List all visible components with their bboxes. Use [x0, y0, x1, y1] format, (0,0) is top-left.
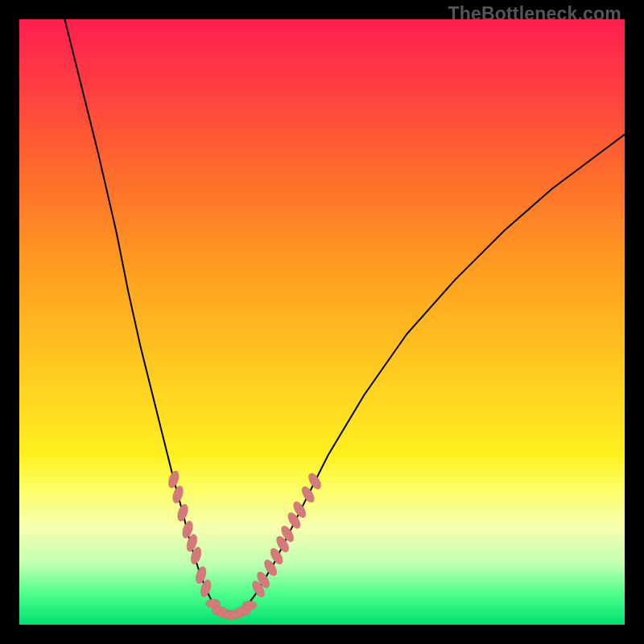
data-bead	[175, 503, 189, 522]
bottleneck-curve	[62, 19, 625, 615]
data-bead	[299, 485, 316, 504]
beads-group	[167, 469, 323, 619]
data-bead	[306, 472, 323, 491]
data-bead	[242, 601, 257, 609]
chart-frame: TheBottleneck.com	[0, 0, 644, 644]
plot-area	[19, 19, 625, 625]
curve-layer	[19, 19, 625, 625]
